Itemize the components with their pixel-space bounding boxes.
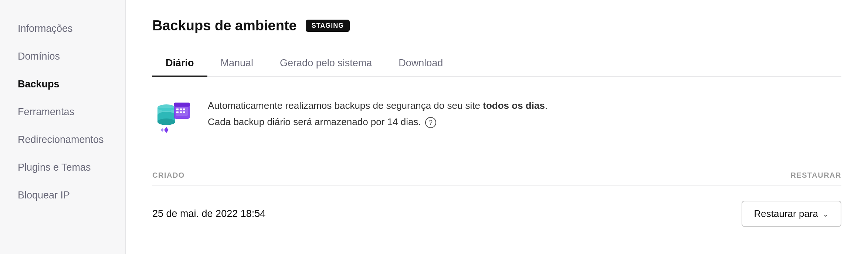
tabs-container: Diário Manual Gerado pelo sistema Downlo…: [152, 51, 841, 77]
svg-marker-14: [164, 127, 169, 133]
col-restore-label: RESTAURAR: [790, 171, 841, 180]
tab-download[interactable]: Download: [385, 51, 456, 77]
sidebar-item-informacoes[interactable]: Informações: [0, 15, 125, 43]
svg-marker-15: [161, 128, 164, 132]
info-description: Automaticamente realizamos backups de se…: [208, 97, 547, 130]
tab-diario[interactable]: Diário: [152, 51, 207, 77]
svg-rect-10: [176, 111, 179, 113]
chevron-down-icon: ⌄: [823, 210, 829, 218]
sidebar-item-ferramentas[interactable]: Ferramentas: [0, 98, 125, 126]
svg-rect-7: [176, 108, 179, 110]
svg-rect-11: [180, 111, 182, 113]
restore-label: Restaurar para: [754, 208, 818, 220]
backup-icon: [152, 97, 193, 138]
svg-rect-13: [174, 103, 190, 107]
staging-badge: STAGING: [306, 20, 350, 32]
svg-rect-12: [183, 111, 185, 113]
backup-date: 25 de mai. de 2022 18:54: [152, 208, 265, 220]
restore-button[interactable]: Restaurar para ⌄: [742, 201, 841, 227]
table-row: 25 de mai. de 2022 18:54 Restaurar para …: [152, 186, 841, 242]
sidebar-item-dominios[interactable]: Domínios: [0, 43, 125, 70]
col-created-label: CRIADO: [152, 171, 185, 180]
tab-manual[interactable]: Manual: [207, 51, 267, 77]
sidebar-item-backups[interactable]: Backups: [0, 70, 125, 98]
page-title: Backups de ambiente: [152, 18, 297, 34]
svg-rect-6: [176, 106, 188, 116]
svg-rect-9: [183, 108, 185, 110]
info-box: Automaticamente realizamos backups de se…: [152, 97, 841, 138]
tab-gerado-sistema[interactable]: Gerado pelo sistema: [267, 51, 385, 77]
svg-point-4: [157, 118, 175, 125]
sidebar-item-bloquear-ip[interactable]: Bloquear IP: [0, 181, 125, 209]
page-header: Backups de ambiente STAGING: [152, 18, 841, 34]
main-content: Backups de ambiente STAGING Diário Manua…: [126, 0, 868, 254]
help-icon[interactable]: ?: [425, 117, 436, 128]
sidebar: Informações Domínios Backups Ferramentas…: [0, 0, 126, 254]
svg-rect-8: [180, 108, 182, 110]
table-header: CRIADO RESTAURAR: [152, 165, 841, 186]
sidebar-item-redirecionamentos[interactable]: Redirecionamentos: [0, 126, 125, 154]
sidebar-item-plugins-temas[interactable]: Plugins e Temas: [0, 154, 125, 181]
